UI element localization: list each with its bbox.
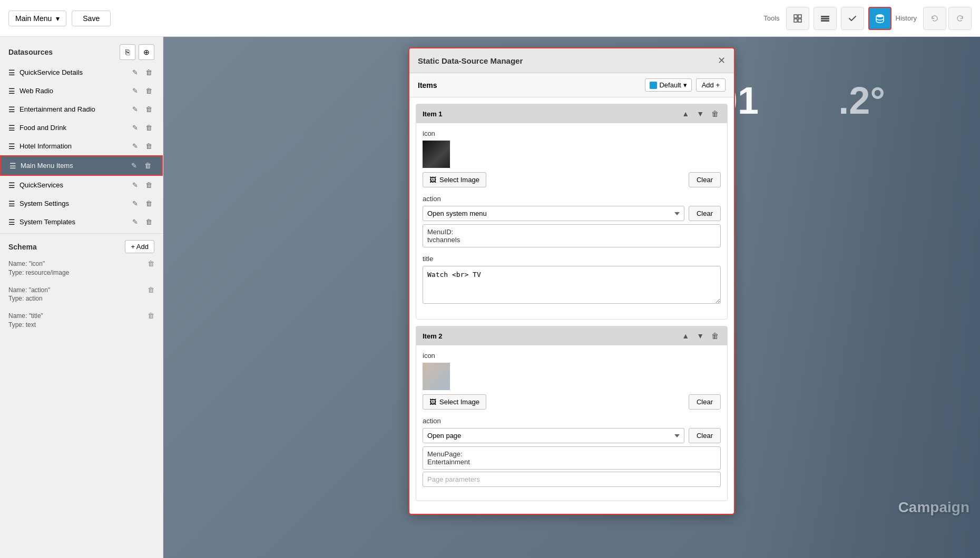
- schema-item-action: Name: "action" Type: action 🗑: [0, 282, 163, 308]
- item-1-title: Item 1: [423, 110, 443, 118]
- ds-delete-btn[interactable]: 🗑: [143, 217, 154, 227]
- svg-point-7: [876, 14, 884, 17]
- redo-button[interactable]: [948, 7, 972, 30]
- ds-edit-btn[interactable]: ✎: [130, 86, 140, 96]
- item-2-select-image-button[interactable]: 🖼 Select Image: [423, 394, 486, 410]
- schema-add-button[interactable]: + Add: [125, 240, 154, 253]
- item-1-icon-clear-button[interactable]: Clear: [689, 172, 721, 187]
- ds-delete-btn[interactable]: 🗑: [143, 180, 154, 190]
- ds-delete-btn[interactable]: 🗑: [142, 161, 153, 171]
- schema-title-delete[interactable]: 🗑: [148, 312, 154, 320]
- item-1-action-select[interactable]: Open system menu: [423, 206, 684, 221]
- item-1-up[interactable]: ▲: [680, 108, 691, 119]
- dialog-header: Static Data-Source Manager ✕: [409, 48, 734, 73]
- tool-button-2[interactable]: [814, 7, 837, 30]
- datasource-mainmenu[interactable]: ☰ Main Menu Items ✎ 🗑: [0, 155, 163, 176]
- db-icon: ☰: [8, 68, 15, 77]
- item-1-delete[interactable]: 🗑: [709, 108, 721, 119]
- schema-icon-delete[interactable]: 🗑: [148, 260, 154, 267]
- item-1-title-textarea[interactable]: Watch <br> TV: [423, 266, 721, 304]
- ds-edit-btn[interactable]: ✎: [130, 123, 140, 133]
- ds-edit-btn[interactable]: ✎: [130, 67, 140, 77]
- item-2-action-select[interactable]: Open page: [423, 428, 684, 443]
- item-1-header: Item 1 ▲ ▼ 🗑: [416, 104, 727, 123]
- add-item-button[interactable]: Add +: [696, 78, 726, 92]
- ds-name: System Settings: [19, 200, 69, 207]
- schema-icon-type: Type: resource/image: [8, 268, 69, 277]
- db-icon: ☰: [8, 218, 15, 226]
- item-2-action-clear-button[interactable]: Clear: [689, 428, 721, 443]
- item-1-image-inner: [423, 141, 450, 168]
- item-1-title-field: title Watch <br> TV: [423, 255, 721, 305]
- datasource-webradio[interactable]: ☰ Web Radio ✎ 🗑: [0, 82, 163, 100]
- datasource-hotel[interactable]: ☰ Hotel Information ✎ 🗑: [0, 137, 163, 155]
- item-1-select-image-button[interactable]: 🖼 Select Image: [423, 172, 486, 187]
- db-icon: ☰: [9, 162, 16, 170]
- item-2-action-field: action Open page Clear MenuPag: [423, 417, 721, 487]
- db-icon: ☰: [8, 200, 15, 208]
- undo-button[interactable]: [923, 7, 946, 30]
- schema-title: Schema: [8, 243, 37, 251]
- item-1-action-clear-button[interactable]: Clear: [689, 206, 721, 221]
- default-selector[interactable]: Default ▾: [645, 78, 691, 92]
- tool-button-1[interactable]: [786, 7, 809, 30]
- ds-name: Hotel Information: [19, 142, 72, 150]
- item-2-icon-clear-button[interactable]: Clear: [689, 394, 721, 410]
- ds-edit-btn[interactable]: ✎: [130, 217, 140, 227]
- ds-delete-btn[interactable]: 🗑: [143, 67, 154, 77]
- item-2-down[interactable]: ▼: [694, 331, 706, 341]
- ds-name: Main Menu Items: [21, 162, 73, 170]
- tool-button-database[interactable]: [868, 7, 891, 30]
- item-1-down[interactable]: ▼: [694, 108, 706, 119]
- db-icon: ☰: [8, 87, 15, 95]
- datasource-settings[interactable]: ☰ System Settings ✎ 🗑: [0, 194, 163, 213]
- schema-action-name: Name: "action": [8, 286, 50, 295]
- dialog-close-button[interactable]: ✕: [718, 55, 726, 66]
- ds-edit-btn[interactable]: ✎: [130, 104, 140, 114]
- menu-selector[interactable]: Main Menu ▾: [8, 11, 66, 26]
- ds-name: QuickService Details: [19, 68, 83, 76]
- item-1-select-image-label: Select Image: [439, 176, 479, 184]
- item-2-image-inner: [423, 363, 450, 390]
- item-2-up[interactable]: ▲: [680, 331, 691, 341]
- datasource-food[interactable]: ☰ Food and Drink ✎ 🗑: [0, 118, 163, 137]
- ds-name: Entertainment and Radio: [19, 105, 95, 113]
- ds-delete-btn[interactable]: 🗑: [143, 123, 154, 133]
- ds-delete-btn[interactable]: 🗑: [143, 104, 154, 114]
- top-bar: Main Menu ▾ Save Tools History: [0, 0, 980, 37]
- ds-edit-btn[interactable]: ✎: [130, 198, 140, 208]
- ds-delete-btn[interactable]: 🗑: [143, 86, 154, 96]
- ds-delete-btn[interactable]: 🗑: [143, 141, 154, 151]
- default-icon: [650, 82, 657, 89]
- chevron-icon: ▾: [683, 81, 687, 89]
- tools-label: Tools: [763, 14, 779, 22]
- ds-name: Web Radio: [19, 87, 53, 95]
- top-bar-right: Tools History: [763, 7, 972, 30]
- dialog-body: Items Default ▾ Add + Item 1: [409, 73, 734, 514]
- panel-separator: [0, 233, 163, 234]
- db-icon: ☰: [8, 105, 15, 114]
- schema-icon-name: Name: "icon": [8, 260, 69, 268]
- datasource-templates[interactable]: ☰ System Templates ✎ 🗑: [0, 213, 163, 231]
- datasource-quickservice[interactable]: ☰ QuickService Details ✎ 🗑: [0, 63, 163, 82]
- tool-button-3[interactable]: [841, 7, 864, 30]
- schema-action-delete[interactable]: 🗑: [148, 286, 154, 294]
- datasource-copy-button[interactable]: ⎘: [120, 44, 135, 60]
- datasources-title: Datasources: [8, 48, 53, 56]
- datasource-add-button[interactable]: ⊕: [139, 44, 154, 60]
- dialog-title: Static Data-Source Manager: [418, 56, 523, 65]
- ds-edit-btn[interactable]: ✎: [130, 141, 140, 151]
- schema-item-title: Name: "title" Type: text 🗑: [0, 307, 163, 334]
- ds-edit-btn[interactable]: ✎: [130, 180, 140, 190]
- save-button[interactable]: Save: [72, 11, 111, 26]
- datasource-entertainment[interactable]: ☰ Entertainment and Radio ✎ 🗑: [0, 100, 163, 118]
- svg-rect-2: [794, 19, 797, 22]
- ds-delete-btn[interactable]: 🗑: [143, 198, 154, 208]
- ds-edit-btn[interactable]: ✎: [129, 161, 139, 171]
- items-panel: Items Default ▾ Add + Item 1: [409, 73, 734, 514]
- item-2-delete[interactable]: 🗑: [709, 331, 721, 341]
- items-header: Items Default ▾ Add +: [409, 73, 734, 97]
- static-datasource-dialog: Static Data-Source Manager ✕ Items Defau…: [408, 47, 735, 515]
- datasource-quickservices[interactable]: ☰ QuickServices ✎ 🗑: [0, 176, 163, 194]
- history-buttons: [923, 7, 972, 30]
